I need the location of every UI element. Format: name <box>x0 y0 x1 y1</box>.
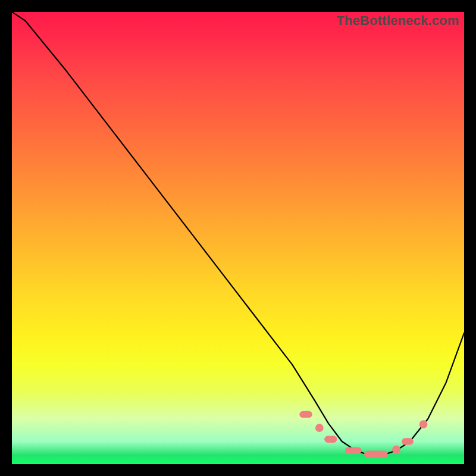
plot-area: TheBottleneck.com <box>12 12 464 464</box>
curve-marker <box>324 436 337 443</box>
bottleneck-curve <box>12 12 464 455</box>
curve-marker <box>345 447 361 454</box>
chart-svg <box>12 12 464 464</box>
curve-marker <box>299 411 312 418</box>
curve-marker <box>315 424 324 432</box>
curve-marker <box>402 438 414 444</box>
curve-marker <box>364 451 388 458</box>
curve-marker <box>419 420 428 428</box>
curve-marker <box>392 446 400 454</box>
curve-markers-group <box>299 411 427 458</box>
curve-line-group <box>12 12 464 455</box>
chart-frame: TheBottleneck.com <box>0 0 476 476</box>
